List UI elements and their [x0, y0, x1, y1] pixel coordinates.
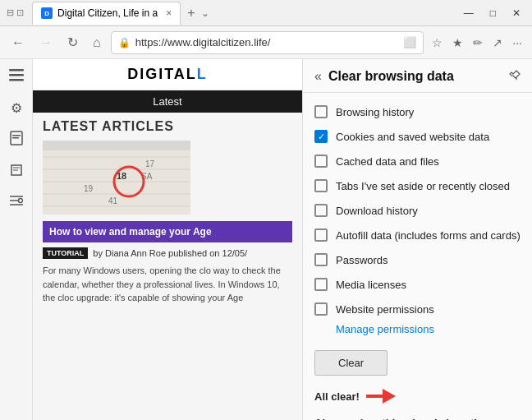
checkbox-media[interactable]: Media licenses [303, 272, 532, 297]
svg-rect-2 [9, 79, 24, 81]
svg-text:41: 41 [108, 196, 118, 205]
home-button[interactable]: ⌂ [88, 32, 106, 53]
tutorial-badge: TUTORIAL [43, 247, 88, 259]
checkbox-cached[interactable]: Cached data and files [303, 149, 532, 173]
web-header: DIGITAL L [33, 59, 302, 90]
window-controls: — □ ✕ [459, 6, 525, 21]
tab-close-button[interactable]: × [166, 7, 172, 19]
web-articles: LATEST ARTICLES 17 18 [33, 113, 302, 312]
bookmark-button[interactable]: ☆ [429, 33, 446, 53]
panel-header: « Clear browsing data [303, 59, 532, 93]
title-bar-left: ⊟ ⊡ [7, 7, 27, 18]
checkbox-browsing-history-label: Browsing history [336, 106, 414, 118]
notes-icon-button[interactable] [2, 157, 31, 187]
settings-icon-button[interactable]: ⚙ [2, 94, 31, 122]
checkbox-browsing-history[interactable]: Browsing history [303, 99, 532, 124]
checkbox-media-input[interactable] [314, 278, 328, 291]
checkbox-download-input[interactable] [314, 204, 328, 217]
nav-bar: ← → ↻ ⌂ 🔒 https://www.digitalcitizen.lif… [0, 26, 532, 59]
clear-button[interactable]: Clear [314, 350, 388, 376]
articles-title: LATEST ARTICLES [43, 119, 292, 134]
always-clear-title: Always clear this when I close the brows… [314, 417, 521, 420]
active-tab[interactable]: D Digital Citizen, Life in a × [32, 2, 181, 25]
latest-nav-btn[interactable]: Latest [153, 95, 181, 108]
svg-text:17: 17 [145, 159, 155, 168]
forward-button[interactable]: → [34, 32, 57, 53]
lock-icon: 🔒 [118, 37, 131, 48]
nav-right-icons: ☆ ★ ✏ ↗ ··· [429, 33, 525, 53]
share-button[interactable]: ↗ [489, 33, 506, 53]
side-icons: ⚙ [0, 59, 33, 420]
checkbox-passwords[interactable]: Passwords [303, 247, 532, 272]
browser-frame: ⊟ ⊡ D Digital Citizen, Life in a × + ⌄ —… [0, 0, 532, 420]
checkbox-website-perms-input[interactable] [314, 302, 328, 316]
pen-button[interactable]: ✏ [470, 33, 486, 53]
panel-pin-button[interactable] [509, 70, 521, 84]
checkbox-website-perms-label: Website permissions [336, 303, 434, 316]
checkbox-cookies[interactable]: Cookies and saved website data [303, 124, 532, 149]
svg-rect-4 [12, 135, 21, 136]
checkbox-tabs-label: Tabs I've set aside or recently closed [336, 180, 510, 192]
checkbox-tabs-input[interactable] [314, 179, 328, 192]
tab-icon-btn: ⬜ [403, 36, 416, 48]
checkbox-browsing-history-input[interactable] [314, 105, 328, 118]
article-excerpt: For many Windows users, opening the clo … [43, 264, 292, 305]
checkbox-autofill-input[interactable] [314, 228, 328, 242]
checkbox-autofill-label: Autofill data (includes forms and cards) [336, 229, 521, 242]
checkbox-tabs[interactable]: Tabs I've set aside or recently closed [303, 173, 532, 198]
hub-icon-button[interactable] [2, 62, 31, 92]
tab-title: Digital Citizen, Life in a [57, 7, 158, 19]
checkbox-download-label: Download history [336, 205, 418, 217]
article-image: 17 18 SA 19 41 [43, 141, 190, 215]
window-icon-list: ⊟ ⊡ [7, 7, 24, 18]
always-clear-section: Always clear this when I close the brows… [303, 408, 532, 420]
svg-rect-5 [12, 137, 19, 139]
checkbox-cached-label: Cached data and files [336, 155, 439, 168]
checkbox-download[interactable]: Download history [303, 198, 532, 223]
panel-title: Clear browsing data [328, 69, 509, 84]
favorites-button[interactable]: ★ [449, 33, 466, 53]
content-area: ⚙ DIGITAL L Latest LATEST ARTICLES [0, 59, 532, 420]
tab-bar: D Digital Citizen, Life in a × + ⌄ [32, 2, 454, 25]
checkbox-website-perms[interactable]: Website permissions [303, 297, 532, 321]
checkbox-autofill[interactable]: Autofill data (includes forms and cards) [303, 223, 532, 247]
checkbox-media-label: Media licenses [336, 279, 406, 291]
address-text: https://www.digitalcitizen.life/ [135, 36, 399, 48]
checkbox-cached-input[interactable] [314, 155, 328, 168]
all-clear-text: All clear! [314, 390, 360, 403]
panel-back-button[interactable]: « [314, 69, 322, 84]
svg-rect-8 [43, 141, 190, 150]
refresh-button[interactable]: ↻ [62, 31, 83, 53]
checkbox-passwords-label: Passwords [336, 254, 388, 266]
svg-text:19: 19 [84, 184, 94, 193]
manage-permissions-link[interactable]: Manage permissions [336, 323, 434, 335]
svg-rect-1 [9, 74, 24, 76]
svg-marker-20 [366, 389, 396, 404]
checkbox-passwords-input[interactable] [314, 253, 328, 266]
close-button[interactable]: ✕ [507, 6, 525, 21]
tab-favicon: D [41, 7, 53, 19]
all-clear-row: All clear! [303, 384, 532, 408]
right-panel: « Clear browsing data Browsing history C… [302, 59, 532, 420]
web-content: DIGITAL L Latest LATEST ARTICLES [33, 59, 302, 420]
back-button[interactable]: ← [7, 32, 30, 53]
tab-list-arrow[interactable]: ⌄ [201, 7, 209, 19]
tutorial-meta: TUTORIAL by Diana Ann Roe published on 1… [43, 247, 292, 259]
address-bar[interactable]: 🔒 https://www.digitalcitizen.life/ ⬜ [111, 31, 424, 54]
reading-icon-button[interactable] [2, 124, 31, 155]
site-logo-accent: L [197, 66, 208, 83]
checkbox-cookies-input[interactable] [314, 130, 328, 143]
site-logo: DIGITAL [127, 66, 197, 83]
new-tab-button[interactable]: + [181, 2, 201, 24]
svg-rect-0 [9, 69, 24, 72]
customize-icon-button[interactable] [2, 188, 31, 216]
checkbox-cookies-label: Cookies and saved website data [336, 131, 489, 143]
article-title: How to view and manage your Age [43, 221, 292, 242]
manage-permissions-container: Manage permissions [303, 321, 532, 342]
all-clear-arrow-icon [366, 389, 396, 404]
svg-point-6 [18, 199, 22, 203]
minimize-button[interactable]: — [459, 6, 479, 21]
maximize-button[interactable]: □ [485, 6, 501, 21]
more-button[interactable]: ··· [509, 33, 525, 53]
web-nav: Latest [33, 90, 302, 113]
